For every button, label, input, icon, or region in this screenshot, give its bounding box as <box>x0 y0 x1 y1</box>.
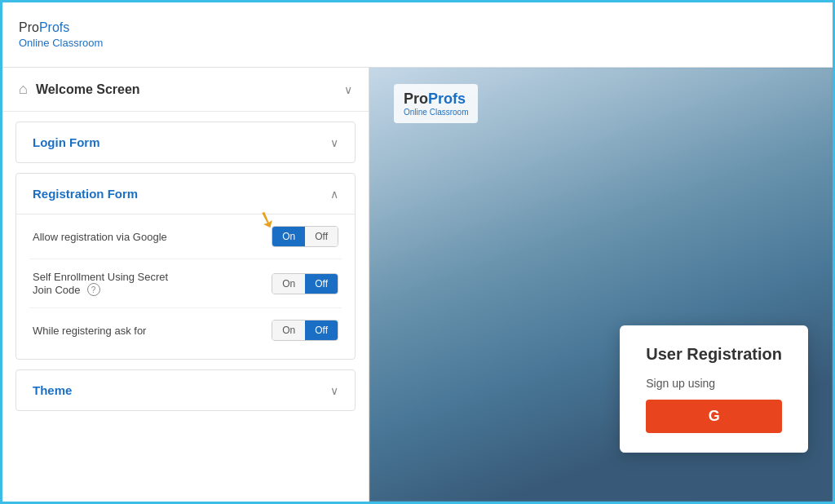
allow-google-label: Allow registration via Google <box>33 231 272 243</box>
theme-section: Theme ∨ <box>15 369 356 411</box>
ask-for-toggle[interactable]: On Off <box>272 320 338 341</box>
logo-profs: Profs <box>39 20 69 34</box>
self-enrollment-toggle[interactable]: On Off <box>272 273 338 294</box>
registration-form-header[interactable]: Registration Form ∧ <box>16 174 355 214</box>
self-enrollment-on-button[interactable]: On <box>272 274 305 294</box>
preview-watermark: ProProfs Online Classroom <box>394 84 478 123</box>
watermark-subtitle: Online Classroom <box>404 108 468 117</box>
welcome-screen-title: Welcome Screen <box>36 82 344 97</box>
logo-pro: Pro <box>19 20 39 34</box>
main-content: ⌂ Welcome Screen ∨ Login Form ∨ Registra… <box>2 68 833 502</box>
home-icon: ⌂ <box>19 81 28 98</box>
login-form-header[interactable]: Login Form ∨ <box>16 122 355 162</box>
ask-for-off-button[interactable]: Off <box>305 321 338 340</box>
left-panel: ⌂ Welcome Screen ∨ Login Form ∨ Registra… <box>2 68 369 502</box>
login-form-title: Login Form <box>33 135 100 149</box>
header: ProProfs Online Classroom <box>2 2 833 68</box>
welcome-screen-header[interactable]: ⌂ Welcome Screen ∨ <box>2 68 369 112</box>
login-form-chevron-icon: ∨ <box>330 136 338 149</box>
watermark-pro: Pro <box>404 91 428 107</box>
self-enrollment-label: Self Enrollment Using Secret Join Code ? <box>33 271 272 296</box>
theme-header[interactable]: Theme ∨ <box>16 370 355 410</box>
google-signup-button[interactable]: G <box>646 400 782 433</box>
allow-google-toggle[interactable]: On Off <box>272 226 338 247</box>
theme-title: Theme <box>33 383 72 397</box>
self-enrollment-setting: Self Enrollment Using Secret Join Code ?… <box>29 259 342 308</box>
registration-settings: ➘ Allow registration via Google On Off S… <box>16 214 355 359</box>
help-icon[interactable]: ? <box>87 283 100 296</box>
registration-form-chevron-icon: ∧ <box>330 188 338 201</box>
registration-card: User Registration Sign up using G <box>620 325 808 453</box>
ask-for-on-button[interactable]: On <box>272 321 305 340</box>
allow-google-setting: ➘ Allow registration via Google On Off <box>29 214 342 259</box>
ask-for-setting: While registering ask for On Off <box>29 308 342 352</box>
ask-for-label: While registering ask for <box>33 325 272 337</box>
watermark-profs: Profs <box>428 91 466 107</box>
self-enrollment-off-button[interactable]: Off <box>305 274 338 294</box>
right-panel: ProProfs Online Classroom User Registrat… <box>369 68 833 502</box>
registration-form-section: Registration Form ∧ ➘ Allow registration… <box>15 173 356 360</box>
preview-background: ProProfs Online Classroom User Registrat… <box>369 68 833 502</box>
app-frame: ProProfs Online Classroom ⌂ Welcome Scre… <box>0 0 835 504</box>
logo-subtitle: Online Classroom <box>19 37 103 49</box>
logo: ProProfs Online Classroom <box>19 20 103 49</box>
registration-card-subtitle: Sign up using <box>646 377 782 390</box>
allow-google-off-button[interactable]: Off <box>305 227 338 246</box>
registration-form-title: Registration Form <box>33 187 138 201</box>
allow-google-on-button[interactable]: On <box>272 227 305 246</box>
welcome-chevron-icon: ∨ <box>344 83 352 96</box>
login-form-section: Login Form ∨ <box>15 122 356 163</box>
theme-chevron-icon: ∨ <box>330 384 338 397</box>
registration-card-title: User Registration <box>646 345 782 364</box>
